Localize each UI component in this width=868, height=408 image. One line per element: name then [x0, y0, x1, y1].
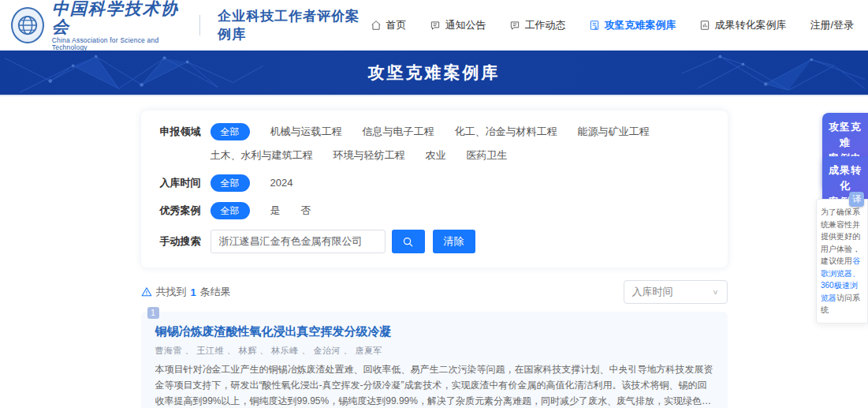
- speech-bubble-icon: [430, 20, 441, 31]
- globe-icon: [16, 13, 39, 37]
- filter-field-option[interactable]: 环境与轻纺工程: [333, 147, 405, 164]
- brand[interactable]: 中国科学技术协会 China Association for Science a…: [11, 0, 371, 51]
- result-description: 本项目针对冶金工业产生的铜锡冶炼废渣处置难、回收率低、易产生二次污染等问题，在国…: [155, 362, 713, 408]
- filter-field-options: 全部 机械与运载工程 信息与电子工程 化工、冶金与材料工程 能源与矿业工程 土木…: [210, 123, 709, 164]
- apply-achievement-line1: 成果转化: [827, 163, 863, 194]
- count-suffix: 条结果: [200, 285, 231, 299]
- filter-field-label: 申报领域: [160, 123, 210, 140]
- filter-row-field: 申报领域 全部 机械与运载工程 信息与电子工程 化工、冶金与材料工程 能源与矿业…: [160, 123, 709, 164]
- filter-field-option[interactable]: 能源与矿业工程: [578, 123, 650, 140]
- search-label: 手动搜索: [160, 233, 210, 250]
- result-bar: 共找到 1 条结果 入库时间 ∨: [141, 280, 728, 304]
- nav-work-updates[interactable]: 工作动态: [509, 18, 565, 32]
- main-content: 申报领域 全部 机械与运载工程 信息与电子工程 化工、冶金与材料工程 能源与矿业…: [141, 110, 728, 408]
- speech-bubble-icon: [509, 20, 520, 31]
- filter-excellent-options: 全部 是 否: [210, 202, 311, 219]
- nav-tackling-case-library[interactable]: 攻坚克难案例库: [589, 18, 676, 32]
- nav-achievement-label: 成果转化案例库: [714, 18, 786, 32]
- result-count: 共找到 1 条结果: [141, 285, 231, 299]
- banner: 攻坚克难案例库: [0, 51, 868, 96]
- result-authors: 曹海雷 、 王江维 、 林辉 、 林乐峰 、 金治河 、 唐夏军: [155, 345, 713, 357]
- filter-excellent-all[interactable]: 全部: [210, 202, 250, 219]
- filter-row-time: 入库时间 全部 2024: [160, 174, 709, 192]
- search-button[interactable]: [392, 230, 425, 253]
- network-decoration-left: [0, 51, 268, 95]
- nav-tackling-label: 攻坚克难案例库: [604, 18, 676, 32]
- filter-excellent-label: 优秀案例: [160, 202, 210, 219]
- nav-register-login[interactable]: 注册/登录: [810, 18, 854, 32]
- document-person-icon: [589, 20, 600, 31]
- home-icon: [371, 20, 382, 31]
- warning-triangle-icon: [141, 286, 152, 298]
- filter-excellent-yes[interactable]: 是: [270, 202, 281, 219]
- apply-tackling-line1: 攻坚克难: [827, 119, 863, 151]
- count-prefix: 共找到: [156, 285, 187, 299]
- org-name-cn: 中国科学技术协会: [52, 0, 182, 36]
- brand-divider: [199, 15, 200, 36]
- filter-row-search: 手动搜索 清除: [160, 230, 709, 253]
- nav-home-label: 首页: [386, 18, 406, 32]
- search-icon: [402, 236, 414, 248]
- header: 中国科学技术协会 China Association for Science a…: [0, 0, 868, 51]
- bar-chart-icon: [699, 20, 710, 31]
- filter-field-option[interactable]: 农业: [426, 147, 446, 164]
- cast-logo-icon: [11, 7, 44, 43]
- network-decoration-right: [679, 51, 868, 95]
- filter-field-option[interactable]: 医药卫生: [467, 147, 508, 164]
- filter-field-all[interactable]: 全部: [210, 123, 250, 140]
- banner-title: 攻坚克难案例库: [368, 62, 501, 84]
- org-name: 中国科学技术协会 China Association for Science a…: [52, 0, 182, 51]
- page: 中国科学技术协会 China Association for Science a…: [0, 0, 868, 408]
- result-card[interactable]: 1 铜锡冶炼废渣酸性氧化浸出真空挥发分级冷凝 曹海雷 、 王江维 、 林辉 、 …: [141, 312, 728, 408]
- nav-register-login-label: 注册/登录: [810, 18, 854, 32]
- filter-time-option[interactable]: 2024: [270, 174, 293, 192]
- nav-achievement-case-library[interactable]: 成果转化案例库: [699, 18, 786, 32]
- translate-icon[interactable]: 译: [849, 192, 864, 207]
- count-number: 1: [191, 286, 196, 298]
- filter-row-excellent: 优秀案例 全部 是 否: [160, 202, 709, 219]
- nav-notices-label: 通知公告: [445, 18, 486, 32]
- search-input[interactable]: [210, 230, 386, 253]
- nav-home[interactable]: 首页: [371, 18, 406, 32]
- filter-excellent-no[interactable]: 否: [301, 202, 311, 219]
- clear-button[interactable]: 清除: [433, 230, 475, 253]
- org-name-en: China Association for Science and Techno…: [52, 37, 182, 52]
- result-title[interactable]: 铜锡冶炼废渣酸性氧化浸出真空挥发分级冷凝: [155, 324, 713, 339]
- filter-field-option[interactable]: 机械与运载工程: [270, 123, 342, 140]
- sort-dropdown[interactable]: 入库时间 ∨: [624, 280, 728, 304]
- sort-dropdown-value: 入库时间: [632, 285, 673, 299]
- nav-notices[interactable]: 通知公告: [430, 18, 486, 32]
- filter-time-options: 全部 2024: [210, 174, 293, 192]
- filter-panel: 申报领域 全部 机械与运载工程 信息与电子工程 化工、冶金与材料工程 能源与矿业…: [141, 110, 728, 268]
- site-title: 企业科技工作者评价案例库: [218, 7, 371, 43]
- chevron-down-icon: ∨: [712, 288, 718, 296]
- main-nav: 首页 通知公告 工作动态: [371, 18, 854, 32]
- filter-field-option[interactable]: 化工、冶金与材料工程: [455, 123, 557, 140]
- filter-time-all[interactable]: 全部: [210, 174, 250, 192]
- filter-field-option[interactable]: 土木、水利与建筑工程: [210, 147, 313, 164]
- result-index-badge: 1: [147, 307, 159, 319]
- filter-time-label: 入库时间: [160, 174, 210, 192]
- filter-field-option[interactable]: 信息与电子工程: [363, 123, 434, 140]
- browser-compatibility-tip: 为了确保系统兼容性并提供更好的用户体验，建议使用谷歌浏览器、360极速浏览器访问…: [816, 199, 868, 324]
- nav-work-updates-label: 工作动态: [524, 18, 565, 32]
